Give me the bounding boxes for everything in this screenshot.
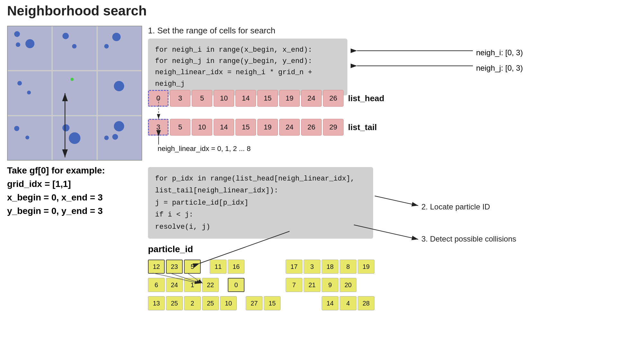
pid-19: 19 bbox=[358, 260, 374, 274]
pid-6: 6 bbox=[148, 278, 165, 292]
lt-cell-8: 29 bbox=[323, 119, 344, 136]
grid-label-line4: y_begin = 0, y_end = 3 bbox=[7, 204, 105, 218]
neigh-j-label: neigh_j: [0, 3) bbox=[476, 60, 523, 76]
pid-13: 13 bbox=[148, 296, 165, 310]
lt-cell-6: 24 bbox=[279, 119, 300, 136]
pid-0: 0 bbox=[228, 278, 244, 292]
list-head-label: list_head bbox=[348, 93, 384, 103]
pid-18: 18 bbox=[322, 260, 338, 274]
lh-cell-2: 5 bbox=[192, 90, 212, 107]
list-head-row: 0 3 5 10 14 15 19 24 26 list_head bbox=[148, 90, 384, 107]
code2-line-4: if i < j: bbox=[155, 209, 366, 221]
pid-10: 10 bbox=[220, 296, 237, 310]
pid-17: 17 bbox=[286, 260, 302, 274]
grid-cell-2-1 bbox=[53, 116, 97, 160]
pid-5: 5 bbox=[184, 260, 201, 274]
lh-cell-6: 19 bbox=[279, 90, 300, 107]
grid-label-line2: grid_idx = [1,1] bbox=[7, 177, 105, 191]
code2-line-2: list_tail[neigh_linear_idx]): bbox=[155, 185, 366, 197]
step1-label: 1. Set the range of cells for search bbox=[148, 26, 275, 36]
lt-cell-4: 15 bbox=[235, 119, 256, 136]
pid-27: 27 bbox=[246, 296, 262, 310]
grid-cell-0-1 bbox=[53, 26, 97, 70]
lt-cell-0: 3 bbox=[148, 119, 169, 136]
grid-cell-1-2 bbox=[98, 71, 142, 115]
list-tail-label: list_tail bbox=[348, 122, 377, 132]
grid-visualization bbox=[7, 26, 142, 161]
grid-label-line1: Take gf[0] for example: bbox=[7, 164, 105, 177]
list-tail-row: 3 5 10 14 15 19 24 26 29 list_tail bbox=[148, 119, 377, 136]
page-title: Neighborhood search bbox=[7, 3, 147, 19]
step2-annotation: 2. Locate particle ID bbox=[421, 202, 490, 211]
pid-23: 23 bbox=[166, 260, 183, 274]
pid-14: 14 bbox=[322, 296, 338, 310]
grid-label: Take gf[0] for example: grid_idx = [1,1]… bbox=[7, 164, 105, 218]
pid-21: 21 bbox=[304, 278, 320, 292]
neigh-labels: neigh_i: [0, 3) neigh_j: [0, 3) bbox=[476, 45, 523, 76]
lh-cell-1: 3 bbox=[170, 90, 190, 107]
lh-cell-0: 0 bbox=[148, 90, 169, 107]
pid-4: 4 bbox=[340, 296, 356, 310]
neigh-i-label: neigh_i: [0, 3) bbox=[476, 45, 523, 60]
lh-cell-5: 15 bbox=[257, 90, 278, 107]
lt-cell-2: 10 bbox=[192, 119, 212, 136]
pid-20: 20 bbox=[340, 278, 356, 292]
code2-line-5: resolve(i, j) bbox=[155, 221, 366, 233]
lt-cell-3: 14 bbox=[214, 119, 234, 136]
grid-cell-2-2 bbox=[98, 116, 142, 160]
pid-row-3: 13 25 2 25 10 27 15 14 4 28 bbox=[148, 296, 374, 310]
pid-9: 9 bbox=[322, 278, 338, 292]
lt-cell-1: 5 bbox=[170, 119, 190, 136]
svg-line-7 bbox=[375, 196, 418, 206]
grid-label-line3: x_begin = 0, x_end = 3 bbox=[7, 191, 105, 204]
pid-row-1: 12 23 5 11 16 17 3 18 8 19 bbox=[148, 260, 374, 274]
code-line-1: for neigh_i in range(x_begin, x_end): bbox=[155, 44, 340, 56]
pid-25b: 25 bbox=[202, 296, 219, 310]
code-block-2: for p_idx in range(list_head[neigh_linea… bbox=[148, 167, 373, 239]
pid-22: 22 bbox=[202, 278, 219, 292]
grid-cell-2-0 bbox=[8, 116, 51, 160]
code2-line-1: for p_idx in range(list_head[neigh_linea… bbox=[155, 173, 366, 185]
pid-15: 15 bbox=[264, 296, 281, 310]
particle-id-label: particle_id bbox=[148, 244, 193, 254]
lh-cell-3: 10 bbox=[214, 90, 234, 107]
pid-24: 24 bbox=[166, 278, 183, 292]
code-line-3: neigh_linear_idx = neigh_i * grid_n + ne… bbox=[155, 67, 340, 89]
pid-3: 3 bbox=[304, 260, 320, 274]
lh-cell-7: 24 bbox=[301, 90, 322, 107]
lt-cell-7: 26 bbox=[301, 119, 322, 136]
pid-7: 7 bbox=[286, 278, 302, 292]
lh-cell-8: 26 bbox=[323, 90, 344, 107]
pid-1: 1 bbox=[184, 278, 201, 292]
pid-28: 28 bbox=[358, 296, 374, 310]
grid-cell-1-1 bbox=[53, 71, 97, 115]
lt-cell-5: 19 bbox=[257, 119, 278, 136]
code2-line-3: j = particle_id[p_idx] bbox=[155, 197, 366, 209]
code-line-2: for neigh_j in range(y_begin, y_end): bbox=[155, 56, 340, 67]
pid-row-2: 6 24 1 22 0 7 21 9 20 bbox=[148, 278, 356, 292]
step3-annotation: 3. Detect possible collisions bbox=[421, 235, 516, 243]
pid-25a: 25 bbox=[166, 296, 183, 310]
grid-cell-0-2 bbox=[98, 26, 142, 70]
neigh-linear-idx-label: neigh_linear_idx = 0, 1, 2 ... 8 bbox=[158, 145, 251, 153]
lh-cell-4: 14 bbox=[235, 90, 256, 107]
pid-12: 12 bbox=[148, 260, 165, 274]
pid-11: 11 bbox=[210, 260, 226, 274]
code-block-1: for neigh_i in range(x_begin, x_end): fo… bbox=[148, 39, 347, 95]
grid-cell-1-0 bbox=[8, 71, 51, 115]
pid-16: 16 bbox=[228, 260, 244, 274]
pid-2: 2 bbox=[184, 296, 201, 310]
pid-8: 8 bbox=[340, 260, 356, 274]
grid-cell-0-0 bbox=[8, 26, 51, 70]
